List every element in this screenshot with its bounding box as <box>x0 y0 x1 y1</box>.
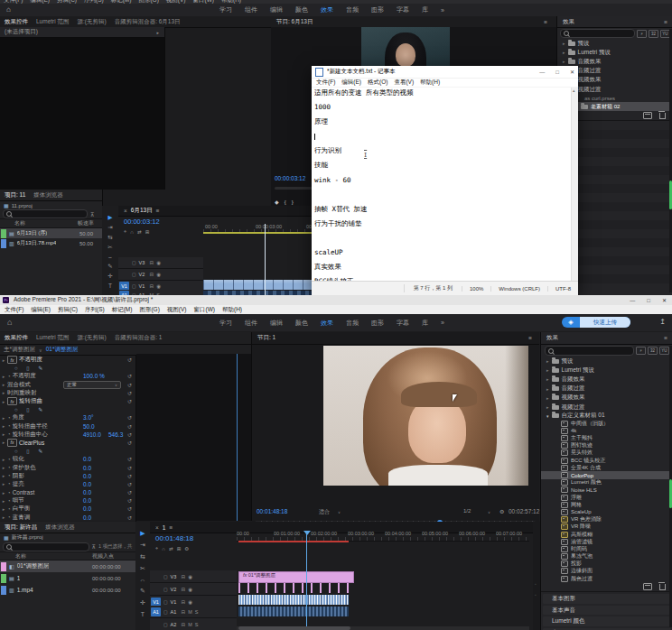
reset-icon[interactable]: ↺ <box>127 373 132 379</box>
lock-icon[interactable]: ◻ <box>132 283 136 289</box>
delete-icon[interactable] <box>659 113 666 119</box>
video-track-header[interactable]: V2 ◻ V2 ⊟ ◉ <box>150 583 237 596</box>
panel-tab[interactable]: 效果控件 <box>5 18 28 26</box>
stopwatch-icon[interactable]: ◔ <box>7 506 11 512</box>
effect-item[interactable]: VR 降噪 <box>541 523 672 531</box>
twirl-icon[interactable]: ▸ <box>546 376 549 382</box>
mute-icon[interactable]: M <box>188 622 192 627</box>
effect-parameter-row[interactable]: ▸ fx ◔ 不透明度 100.0 % 100.0 %∨ ↺ <box>0 372 135 380</box>
effect-parameter-row[interactable]: ▸ fx ◔ 锐化 0.0 0.0∨ ↺ <box>0 455 135 463</box>
effect-parameter-row[interactable]: ▸ fx ◔ ○ ▯ ✎ ∨ ↺ <box>0 447 135 455</box>
filter-badge-icon[interactable]: ⚡ <box>636 347 646 355</box>
project-row[interactable]: ◧ 01*调整图层 00:00:00:00 <box>0 561 135 572</box>
quick-export-icon[interactable]: ↥ <box>659 318 666 326</box>
twirl-icon[interactable]: ▸ <box>0 357 7 363</box>
grid-view-icon[interactable]: ▦ <box>4 202 9 208</box>
mask-tools-icons[interactable]: ○ ▯ ✎ <box>14 406 46 412</box>
timeline-toolbar-icon[interactable]: ∩ <box>162 546 165 551</box>
tool-icon[interactable]: ▶ <box>140 530 145 537</box>
effect-item[interactable]: 果冻气泡 <box>541 553 672 561</box>
twirl-icon[interactable]: ▸ <box>546 404 549 410</box>
panel-tab[interactable]: 项目: 新许昌 <box>5 523 37 532</box>
twirl-icon[interactable]: ▸ <box>546 367 549 373</box>
stopwatch-icon[interactable]: ◔ <box>7 490 11 496</box>
menu-item[interactable]: 文件(F) <box>5 306 23 314</box>
effects-search-input[interactable] <box>545 346 634 356</box>
effect-item[interactable]: BCC 镜头校正 <box>541 457 672 464</box>
timeline-playhead[interactable] <box>306 531 307 628</box>
reset-icon[interactable]: ↺ <box>127 497 132 504</box>
lock-icon[interactable]: ◻ <box>163 599 168 605</box>
eye-icon[interactable]: ◉ <box>156 283 161 289</box>
twirl-icon[interactable]: ▸ <box>0 415 7 421</box>
effect-item[interactable]: 油管滤镜 <box>541 538 672 545</box>
sync-lock-icon[interactable]: ⊟ <box>182 622 186 627</box>
sequence-tab[interactable]: 6月13日 <box>131 207 153 215</box>
panel-menu-icon[interactable]: ≡ <box>664 19 667 25</box>
workspace-tab[interactable]: » <box>441 7 444 14</box>
panel-menu-icon[interactable]: ≡ <box>544 19 547 25</box>
timeline-toolbar-icon[interactable]: ⌖ <box>155 545 158 551</box>
quick-upload-button[interactable]: ◈ 快速上传 <box>562 317 630 328</box>
label-color-swatch[interactable] <box>1 239 6 248</box>
menu-item[interactable]: 图形(G) <box>139 306 159 314</box>
menu-item[interactable]: 编辑(E) <box>31 306 51 314</box>
workspace-tab[interactable]: 效果 <box>321 319 333 328</box>
stopwatch-icon[interactable]: ◔ <box>7 431 11 437</box>
effect-parameter-row[interactable]: ▸ fx ◔ 提亮 0.0 0.0∨ ↺ <box>0 480 135 488</box>
parameter-value-2[interactable]: 546.3 <box>108 431 123 438</box>
parameter-value[interactable]: 0.0 <box>83 465 91 471</box>
reset-icon[interactable]: ↺ <box>127 382 132 388</box>
collapsed-panel-tab[interactable]: Lumetri 颜色 <box>543 616 671 626</box>
project-row[interactable]: ▤ 6月13日 (序) 50.00 <box>0 228 102 238</box>
timeline-hscrollbar[interactable] <box>237 626 529 630</box>
tool-icon[interactable]: ✎ <box>140 588 145 595</box>
chevron-right-icon[interactable]: ▸ <box>156 30 159 35</box>
workspace-tab[interactable]: 图形 <box>371 5 384 14</box>
program-timecode[interactable]: 00:00:03:12 <box>275 175 305 181</box>
ec-mini-timeline[interactable] <box>136 354 251 521</box>
twirl-icon[interactable]: ▸ <box>0 440 7 445</box>
tool-icon[interactable]: ⇆ <box>140 553 145 561</box>
stopwatch-icon[interactable]: ◔ <box>7 374 11 379</box>
stopwatch-icon[interactable]: ◔ <box>7 465 11 470</box>
twirl-icon[interactable]: ▸ <box>0 431 7 437</box>
timeline-toolbar-icon[interactable]: ⚙ <box>184 546 189 551</box>
panel-tab[interactable]: 媒体浏览器 <box>45 523 75 532</box>
effect-item[interactable]: 图钉轨迹 <box>541 442 672 449</box>
twirl-icon[interactable]: ▸ <box>0 506 7 512</box>
twirl-icon[interactable]: ▸ <box>0 399 7 404</box>
twirl-icon[interactable]: ▸ <box>0 473 7 478</box>
program-title[interactable]: 节目: 1 <box>252 334 275 342</box>
filter-badge-icon[interactable]: 32 <box>648 347 658 355</box>
filter-icon[interactable]: ⊼ <box>92 543 96 550</box>
fx-badge-icon[interactable]: fx <box>7 439 17 447</box>
video-track-header[interactable]: V3 ◻ V3 ⊟ ◉ <box>150 570 237 583</box>
effects-search-input[interactable] <box>560 29 635 38</box>
effects-folder[interactable]: ▸ 音频过渡 <box>541 384 672 394</box>
panel-tab[interactable]: 音频剪辑混合器: 1 <box>115 334 163 342</box>
notepad-menu-item[interactable]: 文件(F) <box>316 79 335 87</box>
tool-icon[interactable]: T <box>141 611 145 617</box>
notepad-menu-item[interactable]: 编辑(E) <box>341 79 361 87</box>
sync-lock-icon[interactable]: ⊟ <box>182 609 186 615</box>
workspace-tab[interactable]: 库 <box>422 5 428 14</box>
zoom-level[interactable]: 100% <box>462 286 490 292</box>
effect-item[interactable]: 中间值（旧版） <box>541 420 672 427</box>
sync-lock-icon[interactable]: ⊟ <box>182 587 186 592</box>
effects-folder[interactable]: ▸ Lumetri 预设 <box>541 366 672 375</box>
collapsed-panel-tab[interactable]: 基本声音 <box>543 606 671 616</box>
window-button[interactable]: ✕ <box>662 297 667 303</box>
twirl-icon[interactable]: ▸ <box>0 481 7 486</box>
audio-track-header[interactable]: A1 ◻ A1 ⊟ M S <box>150 606 237 618</box>
tool-icon[interactable]: T <box>108 283 112 289</box>
label-color-swatch[interactable] <box>1 562 6 571</box>
filter-badge-icon[interactable]: 32 <box>649 30 658 38</box>
effect-parameter-row[interactable]: ▸ fx ◔ 蓝青调 0.0 0.0∨ ↺ <box>0 514 135 522</box>
panel-menu-icon[interactable]: ≡ <box>664 335 667 341</box>
workspace-tab[interactable]: 字幕 <box>397 5 409 14</box>
panel-tab[interactable]: 项目: 11 <box>5 191 25 199</box>
solo-icon[interactable]: S <box>195 609 199 615</box>
delete-icon[interactable] <box>659 584 666 590</box>
master-clip-label[interactable]: 主*调整图层 <box>4 346 35 354</box>
